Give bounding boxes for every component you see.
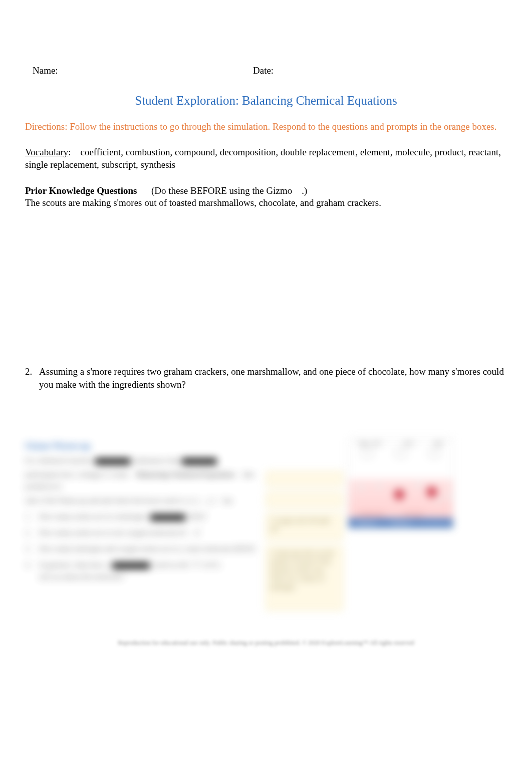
- answer-box: 1 oxygen and will split 2H: [265, 513, 343, 541]
- prior-paren: (Do these BEFORE using the Gizmo: [151, 185, 292, 196]
- blur-q3-n: 3.: [25, 543, 39, 555]
- atom-dot: [376, 484, 381, 489]
- answer-box: [265, 471, 343, 487]
- answer-box: A Subscript tells you the number of atom…: [265, 546, 343, 611]
- blur-q2-t: How many atoms are in one oxygen molecul…: [39, 529, 187, 537]
- thumb-top-0: Water: 2H2 →: [358, 441, 387, 446]
- thumb-input-box: [362, 447, 372, 457]
- blur-line3b: _ ( ): [203, 496, 215, 504]
- blur-line2b: (the products) in: [25, 470, 254, 490]
- atom-dot: [446, 494, 451, 499]
- blur-q3-t: How many hydrogen and oxygen atoms are i…: [39, 543, 256, 555]
- blur-q4-t2: (such as the "2" in H: [154, 561, 216, 569]
- blur-line2a: participate) into a change to create: [25, 470, 129, 478]
- atom-dot: [426, 486, 437, 497]
- blur-q2-n: 2.: [25, 527, 39, 539]
- thumb-btn-0: Reactant: [349, 518, 383, 528]
- directions-text: Directions: Follow the instructions to g…: [25, 120, 507, 133]
- blur-q1-t2: (H2)?: [189, 512, 206, 520]
- answer-text: A Subscript tells you the number of atom…: [266, 546, 343, 594]
- vocab-colon: :: [68, 147, 71, 157]
- scouts-text: The scouts are making s'mores out of toa…: [25, 196, 507, 210]
- atom-dot: [394, 489, 405, 500]
- atom-dot: [416, 482, 421, 487]
- blur-q4-t3: ): [218, 561, 220, 569]
- blurred-preview: Gizmo Warm-up In a chemical reaction, (s…: [25, 428, 532, 666]
- question-2: 2. Assuming a s'more requires two graham…: [25, 365, 507, 392]
- blur-line1a: In a chemical reaction,: [25, 456, 94, 464]
- blur-q4-t1: In general, what does a: [39, 561, 109, 569]
- blur-q2-t2: )?: [194, 529, 200, 537]
- page-title: Student Exploration: Balancing Chemical …: [25, 94, 507, 108]
- blur-line3a: side of the Warm-up and and check the bo…: [25, 496, 199, 504]
- thumb-label-1: OXYGEN: [404, 512, 423, 517]
- q2-number: 2.: [25, 365, 39, 392]
- vocab-label: Vocabulary: [25, 147, 68, 157]
- vocabulary-block: Vocabulary: coefficient, combustion, com…: [25, 146, 507, 171]
- thumb-input-box: [429, 447, 439, 457]
- thumb-top-2: H2O: [434, 441, 443, 446]
- blur-q1-n: 1.: [25, 510, 39, 523]
- thumb-top-1: +2H2 →: [402, 441, 419, 446]
- blur-line1b: (substances that: [132, 456, 180, 464]
- redacted-box: [95, 458, 130, 465]
- footer-copyright: Reproduction for educational use only. P…: [0, 639, 532, 647]
- header-row: Name: Date:: [25, 65, 507, 76]
- prior-label: Prior Knowledge Questions: [25, 185, 137, 196]
- gizmo-warmup-title: Gizmo Warm-up: [25, 441, 260, 451]
- vocab-body: coefficient, combustion, compound, decom…: [25, 147, 501, 170]
- blur-q4-t4: tell you about the molecule?: [39, 573, 124, 581]
- thumb-btn-2: →: [418, 518, 453, 528]
- gizmo-thumbnail: Water: 2H2 → +2H2 → H2O: [348, 438, 453, 529]
- redacted-box: [150, 514, 185, 521]
- redacted-box: [112, 562, 150, 569]
- answer-text: 1 oxygen and will split 2H: [266, 513, 343, 537]
- atom-dot: [436, 497, 441, 502]
- redacted-box: [182, 458, 217, 465]
- prior-paren-close: .): [302, 185, 307, 196]
- blur-q4-n: 4.: [25, 559, 39, 583]
- thumb-input-box: [396, 447, 406, 457]
- blur-q1-t1: How many atoms are in a hydrogen: [39, 512, 146, 520]
- answer-box: [265, 492, 343, 508]
- date-label: Date:: [253, 65, 274, 76]
- name-label: Name:: [33, 65, 253, 76]
- blur-line3c: has: [223, 496, 233, 504]
- thumb-btn-1: Reactant: [383, 518, 418, 528]
- atom-dot: [359, 485, 364, 490]
- thumb-label-0: HYDROGEN: [359, 512, 384, 517]
- q2-text: Assuming a s'more requires two graham cr…: [39, 365, 507, 392]
- prior-knowledge-line: Prior Knowledge Questions (Do these BEFO…: [25, 185, 507, 196]
